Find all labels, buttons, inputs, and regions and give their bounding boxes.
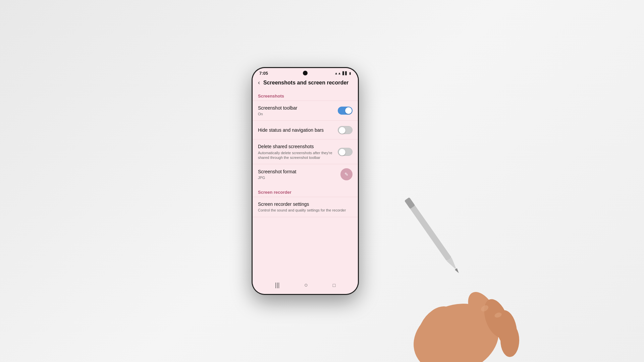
screen-recorder-section: Screen recorder Screen recorder settings… [253, 186, 358, 217]
delete-shared-toggle-knob [339, 149, 345, 156]
screenshots-section-header: Screenshots [253, 89, 358, 101]
hide-status-bars-toggle-knob [339, 127, 345, 134]
phone-device: 7:05 ▲▲ ▋▋ ▮ ‹ Screenshots and screen re… [252, 67, 359, 295]
screen-recorder-section-header: Screen recorder [253, 186, 358, 197]
screen-recorder-settings-item[interactable]: Screen recorder settings Control the sou… [253, 197, 358, 217]
hide-status-bars-toggle[interactable] [338, 126, 353, 134]
nav-home-button[interactable]: ○ [304, 282, 308, 289]
status-bar: 7:05 ▲▲ ▋▋ ▮ [253, 68, 358, 77]
screen-recorder-settings-title: Screen recorder settings [258, 201, 348, 207]
delete-shared-subtitle: Automatically delete screenshots after t… [258, 150, 334, 160]
status-time: 7:05 [259, 71, 268, 76]
edit-icon: ✎ [344, 172, 348, 177]
camera-notch [303, 71, 308, 75]
hide-status-bars-item: Hide status and navigation bars [253, 120, 358, 139]
top-bar: ‹ Screenshots and screen recorder [253, 77, 358, 89]
phone-wrapper: 7:05 ▲▲ ▋▋ ▮ ‹ Screenshots and screen re… [252, 67, 359, 295]
nav-recent-button[interactable]: □ [333, 283, 335, 288]
battery-icon: ▮ [349, 71, 351, 75]
screenshot-toolbar-subtitle: On [258, 112, 334, 116]
scroll-content: Screenshots Screenshot toolbar On Hide s… [253, 89, 358, 278]
delete-shared-title: Delete shared screenshots [258, 143, 334, 149]
back-button[interactable]: ‹ [258, 79, 260, 86]
screenshot-toolbar-text: Screenshot toolbar On [258, 105, 338, 116]
screenshot-toolbar-toggle[interactable] [338, 107, 353, 115]
screenshot-format-edit-button[interactable]: ✎ [340, 168, 353, 180]
screenshot-format-subtitle: JPG [258, 175, 336, 180]
status-icons: ▲▲ ▋▋ ▮ [334, 71, 351, 75]
screenshot-toolbar-toggle-knob [345, 107, 352, 114]
screenshot-format-text: Screenshot format JPG [258, 169, 340, 180]
wifi-icon: ▲▲ [334, 71, 341, 75]
screenshot-format-item: Screenshot format JPG ✎ [253, 164, 358, 184]
hide-status-bars-title: Hide status and navigation bars [258, 127, 334, 133]
signal-icon: ▋▋ [342, 71, 348, 75]
screen-recorder-settings-subtitle: Control the sound and quality settings f… [258, 208, 348, 213]
page-title: Screenshots and screen recorder [263, 80, 348, 86]
screenshot-toolbar-title: Screenshot toolbar [258, 105, 334, 111]
phone-screen: 7:05 ▲▲ ▋▋ ▮ ‹ Screenshots and screen re… [253, 68, 358, 294]
delete-shared-text: Delete shared screenshots Automatically … [258, 143, 338, 160]
delete-shared-toggle[interactable] [338, 148, 353, 156]
hide-status-bars-text: Hide status and navigation bars [258, 127, 338, 133]
screenshot-toolbar-item: Screenshot toolbar On [253, 101, 358, 120]
screenshot-format-title: Screenshot format [258, 169, 336, 175]
screen-recorder-settings-text: Screen recorder settings Control the sou… [258, 201, 353, 213]
nav-bar: ||| ○ □ [253, 278, 358, 294]
delete-shared-item: Delete shared screenshots Automatically … [253, 139, 358, 164]
nav-back-button[interactable]: ||| [275, 282, 280, 289]
